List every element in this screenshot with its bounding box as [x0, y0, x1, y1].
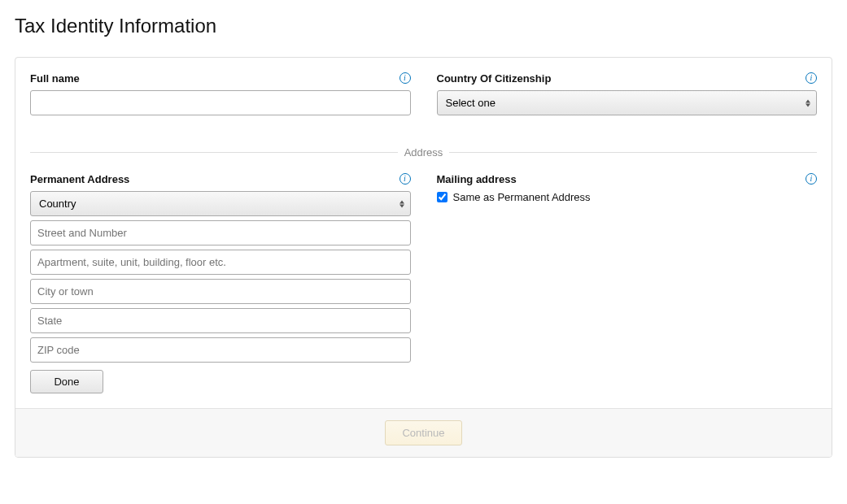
same-as-row: Same as Permanent Address	[437, 191, 818, 203]
same-as-checkbox[interactable]	[437, 192, 448, 202]
full-name-label: Full name	[30, 72, 80, 85]
citizenship-label-row: Country Of Citizenship i	[437, 71, 818, 85]
perm-zip-input[interactable]	[30, 337, 411, 363]
tax-identity-form: Full name i Country Of Citizenship i Sel…	[15, 57, 832, 458]
perm-apt-input[interactable]	[30, 250, 411, 275]
permanent-address-label: Permanent Address	[30, 173, 129, 185]
page-title: Tax Identity Information	[15, 15, 832, 37]
address-divider: Address	[30, 146, 817, 159]
info-icon[interactable]: i	[806, 72, 817, 84]
mailing-address-label: Mailing address	[437, 173, 517, 185]
full-name-input[interactable]	[30, 90, 411, 115]
perm-country-select-wrap: Country	[30, 191, 411, 216]
full-name-label-row: Full name i	[30, 71, 411, 85]
identity-row: Full name i Country Of Citizenship i Sel…	[30, 71, 817, 115]
continue-button[interactable]: Continue	[385, 420, 461, 445]
info-icon[interactable]: i	[399, 173, 411, 185]
citizenship-select-wrap: Select one	[437, 90, 818, 115]
address-section-label: Address	[404, 146, 443, 159]
permanent-address-stack: Country	[30, 191, 411, 363]
citizenship-group: Country Of Citizenship i Select one	[437, 71, 818, 115]
address-row: Permanent Address i Country Done	[30, 172, 817, 393]
full-name-group: Full name i	[30, 71, 411, 115]
form-main: Full name i Country Of Citizenship i Sel…	[15, 58, 832, 408]
mailing-address-label-row: Mailing address i	[437, 172, 818, 186]
permanent-address-label-row: Permanent Address i	[30, 172, 411, 186]
info-icon[interactable]: i	[806, 173, 817, 185]
permanent-address-group: Permanent Address i Country Done	[30, 172, 411, 393]
perm-state-input[interactable]	[30, 308, 411, 333]
form-footer: Continue	[15, 408, 832, 457]
citizenship-label: Country Of Citizenship	[437, 72, 552, 85]
mailing-address-group: Mailing address i Same as Permanent Addr…	[437, 172, 818, 393]
same-as-label[interactable]: Same as Permanent Address	[453, 191, 591, 203]
perm-street-input[interactable]	[30, 220, 411, 245]
perm-city-input[interactable]	[30, 279, 411, 304]
done-button[interactable]: Done	[30, 370, 103, 393]
citizenship-select[interactable]: Select one	[437, 90, 818, 115]
info-icon[interactable]: i	[399, 72, 411, 84]
perm-country-select[interactable]: Country	[30, 191, 411, 216]
